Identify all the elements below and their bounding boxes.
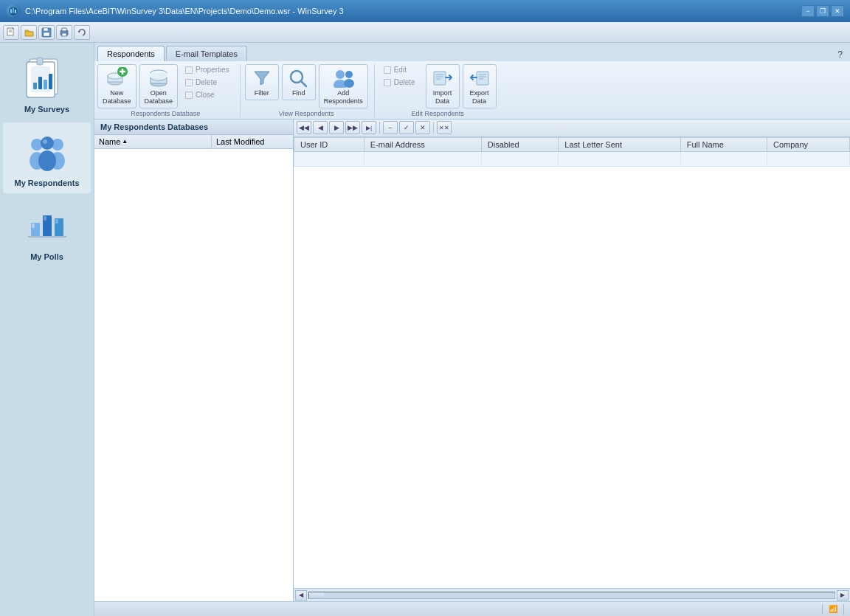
svg-rect-52: [434, 72, 446, 85]
data-table: User ID E-mail Address Disabled Last Let…: [294, 137, 850, 167]
ribbon-section-view-label: View Respondents: [245, 110, 368, 117]
close-check: [185, 91, 193, 99]
table-row-empty[interactable]: [294, 151, 850, 166]
sidebar-label-surveys: My Surveys: [24, 105, 69, 114]
horizontal-scrollbar[interactable]: ◀ ▶: [294, 588, 850, 601]
restore-button[interactable]: ❐: [816, 5, 829, 17]
sort-asc-icon: ▲: [122, 138, 128, 145]
ribbon-section-edit: Edit Delete: [379, 64, 502, 117]
nav-last-button[interactable]: ▶▶: [345, 121, 360, 134]
properties-label: Properties: [196, 66, 229, 74]
polls-icon: [24, 202, 71, 249]
main-container: My Surveys My Respo: [0, 43, 850, 616]
col-last-letter[interactable]: Last Letter Sent: [559, 137, 680, 151]
delete-resp-check: [384, 79, 391, 86]
svg-rect-16: [33, 83, 37, 89]
sidebar-item-polls[interactable]: My Polls: [3, 196, 91, 267]
content-area: Respondents E-mail Templates ?: [94, 43, 850, 616]
nav-delete-button[interactable]: −: [383, 121, 398, 134]
respondents-table[interactable]: User ID E-mail Address Disabled Last Let…: [294, 137, 850, 588]
table-nav: ◀◀ ◀ ▶ ▶▶ ▶| − ✓ ✕ ✕✕: [294, 120, 850, 137]
db-panel: My Respondents Databases Name ▲ Last Mod…: [94, 120, 294, 601]
status-sep1: [822, 604, 823, 615]
toolbar-open[interactable]: [21, 25, 37, 40]
close-button[interactable]: ✕: [831, 5, 844, 17]
svg-rect-1: [10, 9, 12, 13]
toolbar-print[interactable]: [56, 25, 72, 40]
title-bar: C:\Program Files\AceBIT\WinSurvey 3\Data…: [0, 0, 850, 22]
toolbar-new[interactable]: [3, 25, 19, 40]
toolbar-undo[interactable]: [74, 25, 90, 40]
db-list[interactable]: [94, 149, 293, 601]
db-col-modified[interactable]: Last Modified: [212, 135, 293, 148]
properties-button[interactable]: Properties: [181, 64, 234, 75]
nav-append-button[interactable]: ▶|: [362, 121, 376, 134]
app-icon: [6, 4, 21, 18]
nav-sep1: [379, 122, 380, 134]
status-bar: 📶: [94, 601, 850, 616]
ribbon-small-edit: Edit Delete: [379, 64, 420, 88]
window-controls: − ❐ ✕: [801, 5, 844, 17]
ribbon-buttons-db: NewDatabase Op: [97, 64, 234, 108]
open-database-icon: [147, 67, 170, 88]
toolbar-save[interactable]: [38, 25, 55, 40]
svg-point-25: [41, 136, 54, 150]
new-database-icon: [105, 67, 128, 88]
content-panels: My Respondents Databases Name ▲ Last Mod…: [94, 120, 850, 601]
help-button[interactable]: ?: [833, 48, 847, 61]
sidebar-item-surveys[interactable]: My Surveys: [3, 49, 91, 120]
new-database-label: NewDatabase: [103, 89, 131, 105]
delete-db-button[interactable]: Delete: [181, 77, 234, 88]
nav-first-button[interactable]: ◀◀: [297, 121, 311, 134]
nav-sep2: [433, 122, 434, 134]
open-database-button[interactable]: OpenDatabase: [139, 64, 179, 108]
scroll-right-button[interactable]: ▶: [837, 590, 849, 601]
minimize-button[interactable]: −: [801, 5, 815, 17]
scroll-left-button[interactable]: ◀: [295, 590, 307, 601]
col-disabled[interactable]: Disabled: [481, 137, 559, 151]
new-database-button[interactable]: NewDatabase: [97, 64, 137, 108]
svg-rect-2: [13, 7, 14, 13]
find-button[interactable]: Find: [282, 64, 316, 100]
tab-respondents[interactable]: Respondents: [97, 46, 165, 61]
col-userid[interactable]: User ID: [294, 137, 364, 151]
col-company[interactable]: Company: [767, 137, 850, 151]
add-respondents-button[interactable]: AddRespondents: [319, 64, 368, 108]
col-email[interactable]: E-mail Address: [364, 137, 481, 151]
export-data-button[interactable]: ExportData: [463, 64, 497, 108]
tab-email-templates[interactable]: E-mail Templates: [166, 46, 247, 61]
nav-cancel-button[interactable]: ✕: [415, 121, 430, 134]
ribbon-section-db: NewDatabase Op: [97, 64, 241, 117]
db-col-name[interactable]: Name ▲: [94, 135, 212, 148]
window-title: C:\Program Files\AceBIT\WinSurvey 3\Data…: [25, 7, 344, 15]
table-header-row: User ID E-mail Address Disabled Last Let…: [294, 137, 850, 151]
scroll-track[interactable]: [308, 592, 835, 599]
nav-next-button[interactable]: ▶: [329, 121, 344, 134]
scroll-thumb[interactable]: [309, 592, 324, 598]
svg-point-27: [43, 139, 47, 144]
nav-confirm-button[interactable]: ✓: [399, 121, 414, 134]
edit-label: Edit: [394, 66, 407, 74]
nav-clear-button[interactable]: ✕✕: [437, 121, 452, 134]
svg-rect-17: [38, 77, 42, 89]
delete-resp-button[interactable]: Delete: [379, 77, 420, 88]
add-respondents-label: AddRespondents: [324, 89, 363, 105]
sidebar-item-respondents[interactable]: My Respondents: [3, 122, 91, 193]
svg-rect-32: [32, 224, 35, 228]
filter-button[interactable]: Filter: [245, 64, 279, 100]
import-data-button[interactable]: ImportData: [426, 64, 460, 108]
svg-rect-45: [151, 73, 167, 77]
ribbon-section-view: Filter Find: [245, 64, 375, 117]
find-label: Find: [292, 89, 305, 97]
ribbon-small-db: Properties Delete Close: [181, 64, 234, 100]
nav-prev-button[interactable]: ◀: [313, 121, 328, 134]
svg-rect-19: [49, 74, 52, 89]
svg-point-51: [344, 79, 354, 88]
svg-rect-20: [37, 58, 43, 65]
delete-resp-label: Delete: [394, 78, 415, 86]
filter-icon: [250, 67, 274, 88]
col-fullname[interactable]: Full Name: [680, 137, 767, 151]
close-db-button[interactable]: Close: [181, 89, 234, 100]
svg-line-47: [301, 81, 306, 86]
edit-button[interactable]: Edit: [379, 64, 420, 75]
